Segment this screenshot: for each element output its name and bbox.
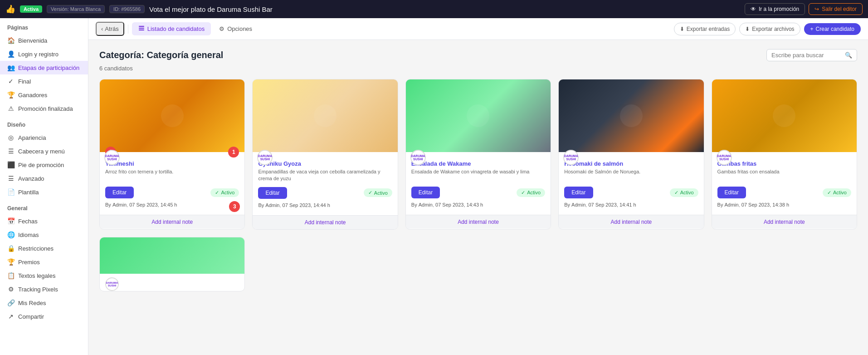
tab-candidatos[interactable]: Listado de candidatos (132, 22, 211, 35)
card-logo-6: DARUMASUSHI (105, 277, 119, 291)
subnav-right: ⬇ Exportar entradas ⬇ Exportar archivos … (674, 23, 861, 35)
general-section-title: General (0, 199, 88, 214)
add-note-button-1[interactable]: Add internal note (100, 215, 244, 229)
plus-icon: + (810, 26, 814, 32)
edit-button-2[interactable]: Editar (258, 187, 287, 199)
promo-id: ID: #965586 (109, 5, 145, 13)
sidebar-item-apariencia[interactable]: ◎ Apariencia (0, 131, 88, 144)
card-image-6-partial (100, 237, 244, 274)
card-logo-2: DARUMASUSHI (257, 150, 273, 165)
version-label: Versión: Marca Blanca (47, 5, 105, 13)
settings-icon: ⚙ (219, 25, 224, 32)
warning-icon: ⚠ (7, 105, 15, 112)
check-icon-2: ✓ (368, 190, 372, 196)
search-input[interactable] (771, 52, 842, 59)
card-logo-3: DARUMASUSHI (410, 150, 426, 165)
sidebar: Páginas 🏠 Bienvenida 👤 Login y registro … (0, 18, 88, 355)
card-image-5 (712, 79, 857, 152)
card-logo-5: DARUMASUSHI (717, 150, 732, 165)
second-row: DARUMASUSHI (99, 237, 857, 291)
svg-rect-1 (139, 28, 144, 29)
exit-editor-button[interactable]: ↪ Salir del editor (809, 3, 863, 15)
edit-button-3[interactable]: Editar (411, 187, 440, 198)
sidebar-item-bienvenida[interactable]: 🏠 Bienvenida (0, 34, 88, 47)
exit-icon: ↪ (814, 6, 819, 12)
card-actions-4: Editar ✓ Activo (564, 187, 698, 198)
sidebar-item-compartir[interactable]: ↗ Compartir (0, 310, 88, 323)
candidates-count: 6 candidatos (99, 65, 857, 72)
card-desc-2: Empanadillas de vaca vieja con cebolla c… (258, 168, 392, 182)
candidate-card-1: 1 2 DARUMASUSHI Yakimeshi Arroz frito co… (99, 79, 245, 230)
main-layout: Páginas 🏠 Bienvenida 👤 Login y registro … (0, 18, 868, 355)
sidebar-item-fechas[interactable]: 📅 Fechas (0, 214, 88, 228)
card-name-5: Gambas fritas (717, 160, 851, 167)
list-icon (138, 25, 145, 33)
candidate-card-2: DARUMASUSHI Gyuniku Gyoza Empanadillas d… (252, 79, 398, 230)
card-logo-1: DARUMASUSHI (104, 150, 120, 165)
card-image-4 (559, 79, 703, 152)
promo-title: Vota el mejor plato de Daruma Sushi Bar (149, 5, 740, 13)
status-badge-4: ✓ Activo (670, 188, 698, 197)
card-name-4: Hosomaki de salmón (564, 160, 698, 167)
tab-opciones[interactable]: ⚙ Opciones (213, 23, 258, 35)
card-name-3: Ensalada de Wakame (411, 160, 545, 167)
card-body-5: Gambas fritas Gambas fritas con ensalada… (712, 152, 857, 215)
home-icon: 🏠 (7, 37, 15, 44)
sidebar-item-login[interactable]: 👤 Login y registro (0, 47, 88, 61)
card-meta-5: By Admin, 07 Sep 2023, 14:38 h (717, 202, 851, 207)
sidebar-item-ganadores[interactable]: 🏆 Ganadores (0, 88, 88, 102)
globe-icon: 🌐 (7, 231, 15, 238)
svg-point-6 (620, 104, 643, 127)
network-icon: 🔗 (7, 299, 15, 306)
status-badge-3: ✓ Activo (517, 188, 545, 197)
add-note-button-3[interactable]: Add internal note (406, 215, 551, 229)
search-icon: 🔍 (845, 52, 852, 59)
lock-icon: 🔒 (7, 245, 15, 252)
calendar-icon: 📅 (7, 217, 15, 225)
edit-button-1[interactable]: Editar (105, 187, 134, 198)
award-icon: 🏆 (7, 258, 15, 266)
svg-point-3 (161, 104, 184, 127)
palette-icon: ◎ (7, 134, 15, 141)
legal-icon: 📋 (7, 272, 15, 279)
sidebar-item-textos-legales[interactable]: 📋 Textos legales (0, 269, 88, 282)
sidebar-item-tracking-pixels[interactable]: ⚙ Tracking Pixels (0, 282, 88, 296)
edit-button-5[interactable]: Editar (717, 187, 746, 198)
status-badge-5: ✓ Activo (823, 188, 851, 197)
content: Categoría: Categoría general 🔍 6 candida… (88, 40, 868, 355)
card-desc-4: Hosomaki de Salmón de Noruega. (564, 168, 698, 182)
active-icon: 👍 (5, 4, 15, 14)
sidebar-item-cabecera[interactable]: ☰ Cabecera y menú (0, 144, 88, 158)
card-name-1: Yakimeshi (105, 160, 239, 167)
chevron-left-icon: ‹ (101, 25, 103, 32)
sidebar-item-pie[interactable]: ⬛ Pie de promoción (0, 158, 88, 172)
check-icon-1: ✓ (215, 190, 219, 196)
goto-promo-button[interactable]: 👁 Ir a la promoción (745, 3, 805, 15)
edit-button-4[interactable]: Editar (564, 187, 593, 198)
sidebar-item-final[interactable]: ✓ Final (0, 74, 88, 88)
footer-icon: ⬛ (7, 161, 15, 168)
check-icon: ✓ (7, 78, 15, 85)
add-note-button-4[interactable]: Add internal note (559, 215, 703, 229)
back-button[interactable]: ‹ Atrás (96, 22, 124, 36)
sidebar-item-idiomas[interactable]: 🌐 Idiomas (0, 228, 88, 242)
sidebar-item-mis-redes[interactable]: 🔗 Mis Redes (0, 296, 88, 310)
export-files-button[interactable]: ⬇ Exportar archivos (739, 23, 800, 35)
sidebar-item-avanzado[interactable]: ☰ Avanzado (0, 172, 88, 185)
card-badge-3: 3 (229, 201, 240, 212)
create-candidate-button[interactable]: + Crear candidato (804, 23, 861, 35)
design-section-title: Diseño (0, 115, 88, 131)
search-box[interactable]: 🔍 (766, 49, 857, 61)
card-desc-1: Arroz frito con ternera y tortilla. (105, 168, 239, 182)
sidebar-item-promo-finalizada[interactable]: ⚠ Promoción finalizada (0, 102, 88, 115)
sidebar-item-restricciones[interactable]: 🔒 Restricciones (0, 242, 88, 255)
eye-icon: 👁 (751, 6, 756, 12)
sidebar-item-etapas[interactable]: 👥 Etapas de participación (0, 61, 88, 74)
add-note-button-2[interactable]: Add internal note (253, 215, 397, 229)
card-body-2: Gyuniku Gyoza Empanadillas de vaca vieja… (253, 152, 397, 215)
sidebar-item-plantilla[interactable]: 📄 Plantilla (0, 185, 88, 199)
sidebar-item-premios[interactable]: 🏆 Premios (0, 255, 88, 269)
card-meta-1: By Admin, 07 Sep 2023, 14:45 h (105, 202, 239, 207)
add-note-button-5[interactable]: Add internal note (712, 215, 857, 229)
export-entries-button[interactable]: ⬇ Exportar entradas (674, 23, 736, 35)
